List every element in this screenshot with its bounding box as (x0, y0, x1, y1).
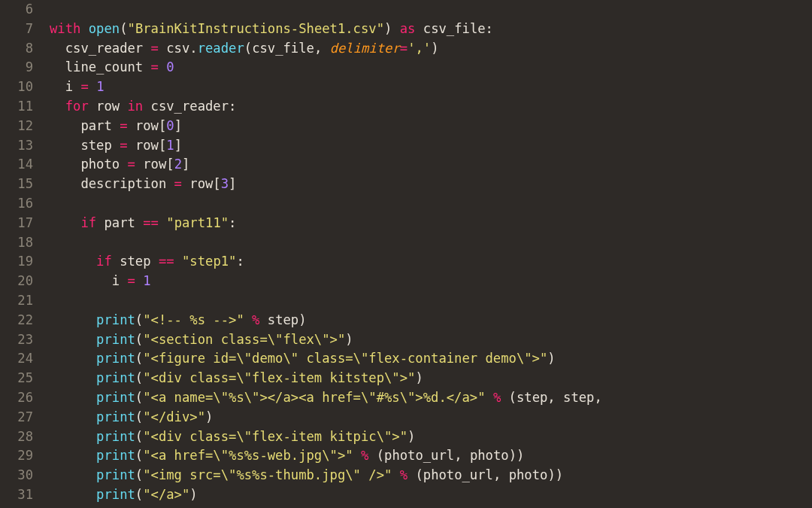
code-line[interactable] (50, 233, 602, 253)
token-sp (80, 21, 88, 36)
token-punc: ] (182, 157, 189, 172)
code-line[interactable]: if part == "part11": (50, 214, 602, 233)
token-sp (408, 467, 415, 482)
line-number: 21 (0, 291, 33, 311)
token-sp (159, 215, 166, 230)
token-fn: print (96, 390, 135, 405)
code-line[interactable]: print("<div class=\"flex-item kitstep\">… (50, 369, 602, 388)
token-punc: ] (174, 138, 182, 153)
token-str: "</a>" (143, 487, 189, 502)
code-line[interactable] (50, 194, 602, 214)
line-number: 18 (0, 233, 33, 253)
token-punc: ( (135, 487, 143, 502)
token-punc: ( (135, 409, 143, 424)
token-fn: open (89, 21, 120, 36)
token-var: i (65, 79, 73, 94)
token-sp (159, 41, 166, 56)
line-number: 12 (0, 117, 33, 136)
code-line[interactable] (50, 0, 602, 20)
code-line[interactable]: with open("BrainKitInstructions-Sheet1.c… (50, 20, 602, 39)
line-number: 22 (0, 311, 33, 330)
token-op: % (493, 390, 501, 405)
line-number: 23 (0, 330, 33, 350)
token-punc: : (229, 215, 236, 230)
token-var: line_count (65, 59, 143, 75)
token-sp (353, 448, 361, 463)
token-punc: ) (384, 21, 392, 36)
line-number: 9 (0, 58, 33, 78)
code-line[interactable]: print("<div class=\"flex-item kitpic\">"… (50, 427, 602, 447)
token-str: "<div class=\"flex-item kitstep\">" (143, 370, 415, 385)
line-number: 29 (0, 446, 33, 466)
token-var: photo_url (423, 467, 493, 482)
code-line[interactable]: part = row[0] (50, 117, 602, 136)
code-line[interactable]: step = row[1] (50, 136, 602, 156)
code-area[interactable]: with open("BrainKitInstructions-Sheet1.c… (44, 0, 602, 508)
code-line[interactable]: if step == "step1": (50, 252, 602, 272)
token-num: 3 (221, 176, 229, 191)
token-punc: ] (229, 176, 236, 191)
token-sp (128, 138, 135, 153)
token-str: "<a href=\"%s%s-web.jpg\">" (143, 448, 353, 463)
token-num: 1 (96, 79, 104, 94)
token-fn: print (96, 312, 135, 327)
token-op: = (400, 41, 408, 56)
line-number: 6 (0, 0, 33, 20)
token-sp (174, 254, 182, 269)
token-sp (415, 21, 423, 36)
token-var: photo (470, 448, 509, 463)
token-punc: [ (213, 176, 220, 191)
line-number: 8 (0, 39, 33, 59)
token-sp (182, 176, 189, 191)
code-line[interactable]: print("<a href=\"%s%s-web.jpg\">" % (pho… (50, 446, 602, 466)
code-line[interactable]: print("</div>") (50, 408, 602, 427)
code-line[interactable]: photo = row[2] (50, 155, 602, 175)
token-punc: [ (166, 157, 174, 172)
code-line[interactable]: description = row[3] (50, 175, 602, 194)
code-line[interactable]: print("<img src=\"%s%s-thumb.jpg\" />" %… (50, 466, 602, 485)
code-line[interactable]: for row in csv_reader: (50, 97, 602, 117)
token-sp (112, 118, 120, 133)
token-punc: )) (509, 448, 525, 463)
token-kw: if (96, 254, 112, 269)
code-line[interactable]: print("<!-- %s -->" % step) (50, 311, 602, 330)
token-sp (486, 390, 493, 405)
token-sp (89, 79, 96, 94)
token-var: step (563, 390, 594, 405)
token-sp (89, 99, 96, 114)
token-str: "step1" (182, 254, 236, 269)
token-str: "<img src=\"%s%s-thumb.jpg\" />" (143, 467, 392, 482)
code-line[interactable]: csv_reader = csv.reader(csv_file, delimi… (50, 39, 602, 59)
token-op: = (120, 138, 127, 153)
code-editor[interactable]: 6789101112131415161718192021222324252627… (0, 0, 812, 508)
token-var: row (143, 157, 166, 172)
code-line[interactable]: line_count = 0 (50, 58, 602, 78)
token-punc: ( (135, 467, 143, 482)
code-line[interactable]: print("</a>") (50, 485, 602, 505)
code-line[interactable]: print("<figure id=\"demo\" class=\"flex-… (50, 349, 602, 369)
token-punc: , (314, 41, 322, 56)
code-line[interactable] (50, 291, 602, 311)
code-line[interactable]: print("<section class=\"flex\">") (50, 330, 602, 350)
token-arg: delimiter (330, 41, 400, 56)
token-punc: ) (431, 41, 438, 56)
code-line[interactable]: print("<a name=\"%s\"></a><a href=\"#%s\… (50, 388, 602, 408)
token-op: = (151, 59, 159, 75)
token-sp (143, 99, 150, 114)
token-var: description (80, 176, 166, 191)
token-sp (112, 254, 120, 269)
token-op: = (128, 273, 135, 288)
token-op: = (151, 41, 159, 56)
token-sp (368, 448, 376, 463)
token-var: part (104, 215, 135, 230)
token-str: ',' (408, 41, 431, 56)
token-str: "<a name=\"%s\"></a><a href=\"#%s\">%d.<… (143, 390, 485, 405)
token-str: "<div class=\"flex-item kitpic\">" (143, 429, 408, 444)
token-punc: ) (408, 429, 415, 444)
token-sp (135, 157, 143, 172)
token-var: i (112, 273, 120, 288)
line-number: 24 (0, 349, 33, 369)
code-line[interactable]: i = 1 (50, 272, 602, 291)
code-line[interactable]: i = 1 (50, 78, 602, 97)
token-punc: ( (135, 370, 143, 385)
